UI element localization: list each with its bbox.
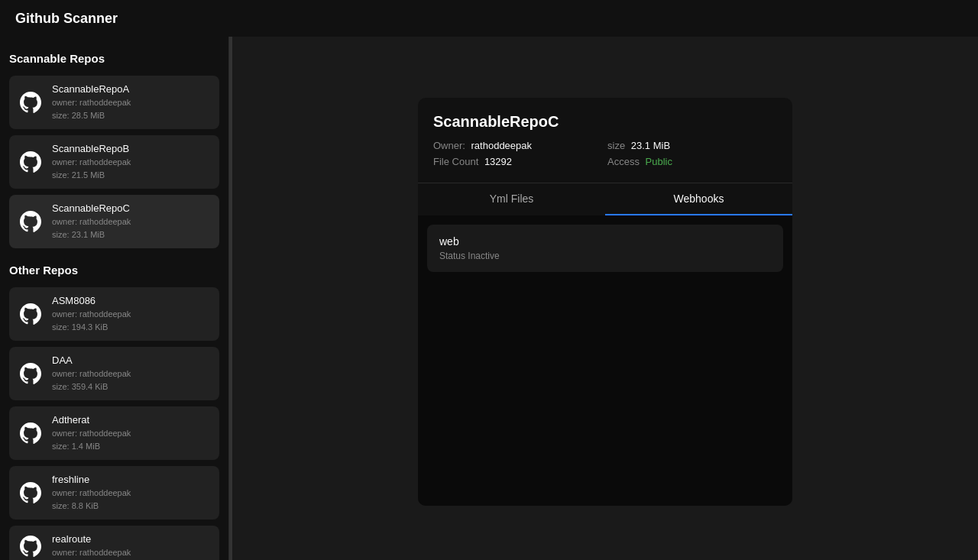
detail-meta-grid: Owner: rathoddeepak size 23.1 MiB File C… [433,140,777,167]
scannable-repo-item[interactable]: ScannableRepoB owner: rathoddeepaksize: … [9,135,219,189]
repo-name: ScannableRepoB [52,143,210,154]
scannable-repos-list: ScannableRepoA owner: rathoddeepaksize: … [9,76,219,248]
other-repo-item[interactable]: Adtherat owner: rathoddeepaksize: 1.4 Mi… [9,406,219,460]
size-label: size [607,140,625,151]
repo-info: ScannableRepoC owner: rathoddeepaksize: … [52,202,210,241]
tab-content: web Status Inactive [418,215,792,506]
filecount-label: File Count [433,156,478,167]
repo-info: ASM8086 owner: rathoddeepaksize: 194.3 K… [52,295,210,333]
scannable-repos-title: Scannable Repos [9,49,219,68]
filecount-row: File Count 13292 [433,156,603,167]
repo-name: ScannableRepoA [52,83,210,95]
detail-header: ScannableRepoC Owner: rathoddeepak size … [418,98,792,183]
repo-meta: owner: rathoddeepaksize: 23.1 MiB [52,215,210,241]
repo-meta: owner: rathoddeepak [52,546,210,559]
webhook-name: web [439,235,771,248]
main-layout: Scannable Repos ScannableRepoA owner: ra… [0,37,978,560]
other-repo-item[interactable]: freshline owner: rathoddeepaksize: 8.8 K… [9,466,219,520]
repo-detail-card: ScannableRepoC Owner: rathoddeepak size … [418,98,792,506]
webhook-status: Status Inactive [439,251,771,261]
repo-info: ScannableRepoB owner: rathoddeepaksize: … [52,143,210,181]
owner-row: Owner: rathoddeepak [433,140,603,151]
access-row: Access Public [607,156,777,167]
sidebar: Scannable Repos ScannableRepoA owner: ra… [0,37,229,560]
webhooks-list: web Status Inactive [427,225,783,272]
access-label: Access [607,156,640,167]
access-value: Public [646,156,672,167]
repo-meta: owner: rathoddeepaksize: 8.8 KiB [52,487,210,512]
app-header: Github Scanner [0,0,978,37]
repo-name: ScannableRepoC [52,202,210,214]
repo-name: DAA [52,354,210,366]
other-repos-list: ASM8086 owner: rathoddeepaksize: 194.3 K… [9,287,219,560]
repo-meta: owner: rathoddeepaksize: 28.5 MiB [52,96,210,121]
repo-meta: owner: rathoddeepaksize: 1.4 MiB [52,427,210,452]
repo-info: DAA owner: rathoddeepaksize: 359.4 KiB [52,354,210,393]
tab-webhooks[interactable]: Webhooks [605,183,792,215]
other-repo-item[interactable]: ASM8086 owner: rathoddeepaksize: 194.3 K… [9,287,219,341]
scannable-repo-item[interactable]: ScannableRepoA owner: rathoddeepaksize: … [9,76,219,129]
repo-meta: owner: rathoddeepaksize: 359.4 KiB [52,367,210,393]
size-row: size 23.1 MiB [607,140,777,151]
other-repo-item[interactable]: DAA owner: rathoddeepaksize: 359.4 KiB [9,347,219,400]
repo-meta: owner: rathoddeepaksize: 194.3 KiB [52,308,210,333]
repo-name: Adtherat [52,414,210,426]
scannable-repo-item[interactable]: ScannableRepoC owner: rathoddeepaksize: … [9,195,219,248]
other-repos-title: Other Repos [9,261,219,280]
size-value: 23.1 MiB [631,140,670,151]
repo-meta: owner: rathoddeepaksize: 21.5 MiB [52,156,210,181]
filecount-value: 13292 [484,156,512,167]
repo-info: realroute owner: rathoddeepak [52,533,210,559]
app-title: Github Scanner [15,11,118,27]
content-area: ScannableRepoC Owner: rathoddeepak size … [232,37,978,560]
repo-name: ASM8086 [52,295,210,306]
detail-repo-name: ScannableRepoC [433,113,777,131]
other-repo-item[interactable]: realroute owner: rathoddeepak [9,526,219,560]
tabs-bar: Yml Files Webhooks [418,183,792,215]
tab-yml[interactable]: Yml Files [418,183,605,215]
owner-label: Owner: [433,140,465,151]
repo-info: Adtherat owner: rathoddeepaksize: 1.4 Mi… [52,414,210,452]
owner-value: rathoddeepak [471,140,533,151]
repo-info: ScannableRepoA owner: rathoddeepaksize: … [52,83,210,121]
repo-name: realroute [52,533,210,545]
repo-info: freshline owner: rathoddeepaksize: 8.8 K… [52,474,210,512]
repo-name: freshline [52,474,210,485]
webhook-item: web Status Inactive [427,225,783,272]
